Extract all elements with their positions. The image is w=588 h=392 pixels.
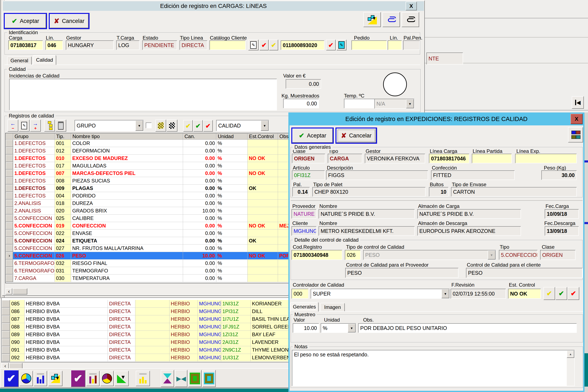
tipo-control-label: Tipo de control de Calidad [346, 244, 404, 250]
screen: NTE ◀ 085HERBIO BVBADIRECTAHERBIOMGHUNG1… [0, 0, 588, 392]
check-green-icon: ✔ [559, 290, 564, 298]
prov-nombre-label: Nombre [319, 203, 337, 209]
notas-textarea[interactable]: El peso no se estaá respetando. [292, 350, 575, 386]
close-icon: X [575, 116, 578, 122]
controlador-combo[interactable]: SUPER ▼ [311, 289, 450, 299]
detalle-legend: Detalle del control de calidad [293, 237, 360, 243]
obs-label: Obs. [363, 317, 374, 323]
accept-label: Aceptar [307, 132, 326, 139]
obs-field[interactable]: POR DEBAJO DEL PESO UNITARIO [358, 323, 577, 333]
notas-vscrollbar[interactable]: ▲ [567, 350, 574, 386]
muestreo-legend: Muestreo [293, 312, 317, 318]
almacen-descarga-label: Almacén de Descarga [418, 220, 467, 226]
linea-carga-field[interactable]: 071803817046 [429, 154, 469, 163]
proveedor-field[interactable]: NATURE [292, 209, 316, 219]
fec-carga-label: Fec.Carga [546, 203, 569, 209]
confeccion-label: Confección [432, 165, 457, 171]
tipo-num-field[interactable]: 026 [345, 250, 361, 260]
check-red-icon: ✔ [571, 290, 576, 298]
fec-descarga-field[interactable]: 13/09/18 [545, 226, 579, 236]
proveedor-label: Proveedor [292, 203, 315, 209]
control-cli-label: Control de Calidad para el cliente [467, 262, 541, 268]
articulo-label: Artículo [293, 165, 310, 171]
accept-button[interactable]: ✔ Aceptar [292, 128, 333, 143]
fec-descarga-label: Fec.Descarga [544, 220, 575, 226]
detalle-tipo-label: Tipo [500, 244, 509, 250]
descripcion-label: Descripción [327, 165, 353, 171]
chevron-down-icon[interactable]: ▼ [441, 289, 449, 298]
scroll-up-icon: ▲ [569, 352, 572, 356]
linea-partida-label: Línea Partida [473, 148, 503, 154]
est-control-field: NO OK [508, 289, 541, 299]
unidad-label: Unidad [324, 317, 340, 323]
pal-field[interactable]: 0.14 [292, 187, 310, 196]
almacen-carga-label: Almacén de Carga [418, 203, 460, 209]
cod-registro-label: Cod.Registro [293, 244, 322, 250]
cliente-label: Cliente [292, 220, 308, 226]
tabstrip-line [290, 311, 583, 312]
cancel-button-frame: ✘ Cancelar [335, 128, 377, 144]
check-icon: ✔ [299, 132, 304, 140]
linea-exp-field[interactable] [515, 154, 577, 163]
cancel-button[interactable]: ✘ Cancelar [336, 128, 376, 143]
clase-field[interactable]: ORIGEN [292, 154, 325, 163]
gestor-label: Gestor [366, 148, 381, 154]
peso-label: Peso (Kg) [544, 165, 566, 171]
cod-registro-field[interactable]: 071800340948 [292, 250, 342, 260]
set-green-button[interactable]: ✔ [556, 287, 567, 300]
control-prov-label: Control de Calidad para el Proveedor [346, 262, 429, 268]
cancel-label: Cancelar [349, 132, 371, 139]
confeccion-field[interactable]: FITTED [431, 170, 515, 180]
cross-icon: ✘ [341, 132, 347, 140]
chevron-down-icon[interactable]: ▼ [488, 250, 496, 260]
peso-field[interactable]: 30.00 [541, 170, 577, 180]
cli-nombre-field[interactable]: METRO KERESKEDELMI KFT. [319, 226, 415, 236]
frevision-label: F.Revisión [451, 282, 475, 288]
datos-generales-legend: Datos generales [293, 144, 333, 150]
chevron-down-icon[interactable]: ▼ [348, 324, 356, 332]
cliente-field[interactable]: MGHUNG [292, 226, 316, 236]
unidad-combo[interactable]: % ▼ [321, 323, 356, 333]
bultos-label: Bultos [430, 182, 444, 188]
fec-carga-field[interactable]: 10/09/18 [545, 209, 579, 219]
set-yellow-button[interactable]: ✔ [544, 287, 555, 300]
articulo-field[interactable]: 0FI31Z [292, 170, 325, 180]
right-dialog-titlebar[interactable]: Edición de registro en EXPEDICIONES: REG… [288, 112, 585, 126]
control-cli-field: PESO [466, 268, 583, 278]
almacen-carga-field[interactable]: NATURE´S PRIDE B.V. [417, 209, 521, 219]
valor-field[interactable]: 10.00 [293, 323, 319, 333]
cli-nombre-label: Nombre [319, 220, 337, 226]
tipo-palet-label: Tipo de Palet [313, 182, 343, 188]
linea-partida-field[interactable] [472, 154, 512, 163]
separator-line [291, 200, 583, 201]
right-close-button[interactable]: X [571, 114, 583, 124]
column-config-button[interactable] [568, 127, 583, 142]
tipo-palet-field[interactable]: CHEP 80X120 [312, 187, 426, 196]
tipo-control-combo[interactable]: PESO ▼ [363, 250, 496, 260]
control-prov-field: PESO [345, 268, 459, 278]
descripcion-field[interactable]: FIGGS [326, 170, 428, 180]
scroll-up-button[interactable]: ▲ [567, 350, 574, 358]
bultos-field[interactable]: 10 [429, 187, 449, 196]
check-yellow-icon: ✔ [547, 290, 552, 298]
frevision-field: 02/07/19 12:55:00 [451, 289, 506, 299]
almacen-descarga-field[interactable]: EUROPOLIS PARK AEROZONE [417, 226, 521, 236]
pal-label: Pal. [293, 182, 302, 188]
prov-nombre-field[interactable]: NATURE´S PRIDE B.V. [319, 209, 415, 219]
tipo-field[interactable]: CARGA [328, 154, 362, 163]
right-dialog-layer: Edición de registro en EXPEDICIONES: REG… [0, 0, 588, 392]
controlador-num-field[interactable]: 000 [292, 289, 309, 299]
valor-label: Valor [294, 317, 305, 323]
tipo-envase-label: Tipo de Envase [452, 182, 486, 188]
column-config-icon [571, 130, 580, 139]
detalle-tipo-field: 5.CONFECCION [499, 250, 538, 260]
right-dialog-title: Edición de registro en EXPEDICIONES: REG… [345, 116, 528, 122]
tab-imagen[interactable]: Imagen [320, 303, 345, 312]
detalle-clase-field: ORIGEN [540, 250, 576, 260]
set-red-button[interactable]: ✔ [568, 287, 579, 300]
notas-legend: Notas [293, 344, 309, 350]
tipo-envase-field[interactable]: CARTON [451, 187, 577, 196]
tab-generales[interactable]: Generales [290, 302, 319, 312]
detalle-clase-label: Clase [542, 244, 555, 250]
gestor-field[interactable]: VERONIKA FERKOVA [365, 154, 425, 163]
